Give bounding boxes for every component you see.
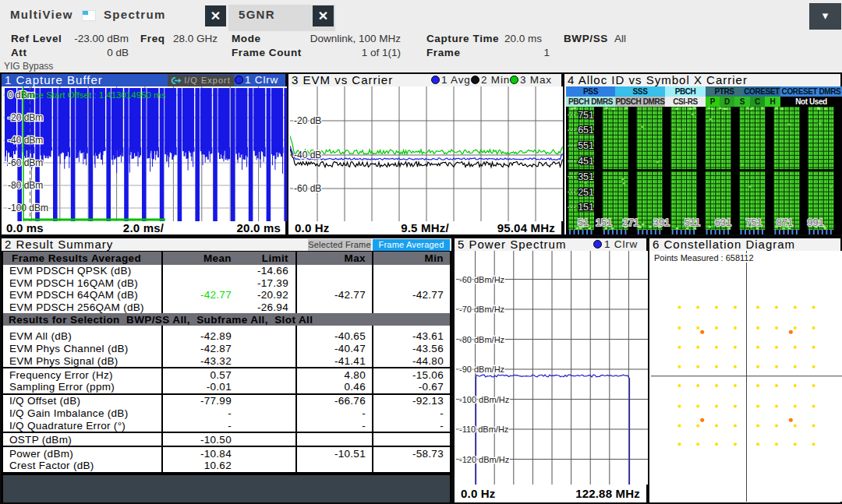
svg-text:-60 dBm/Hz: -60 dBm/Hz — [459, 274, 504, 284]
svg-text:-120 dBm/Hz: -120 dBm/Hz — [459, 454, 509, 463]
svg-text:-80 dBm: -80 dBm — [8, 180, 43, 191]
svg-text:-100 dBm: -100 dBm — [8, 203, 48, 213]
svg-text:-40 dB: -40 dB — [294, 150, 321, 160]
svg-text:991: 991 — [808, 217, 824, 228]
svg-text:-60 dBm: -60 dBm — [8, 157, 43, 168]
svg-text:451: 451 — [578, 155, 594, 166]
svg-text:-60 dB: -60 dB — [294, 183, 321, 194]
svg-text:251: 251 — [578, 186, 594, 197]
svg-text:-20 dB: -20 dB — [294, 115, 321, 126]
svg-text:511: 511 — [685, 217, 700, 228]
svg-text:631: 631 — [715, 217, 731, 228]
svg-text:-80 dBm/Hz: -80 dBm/Hz — [459, 334, 504, 344]
svg-text:-70 dBm/Hz: -70 dBm/Hz — [459, 305, 504, 314]
svg-text:351: 351 — [578, 171, 594, 182]
svg-text:-100 dBm/Hz: -100 dBm/Hz — [459, 394, 509, 404]
svg-text:271: 271 — [623, 217, 639, 228]
svg-text:151: 151 — [596, 217, 612, 228]
svg-text:151: 151 — [578, 202, 594, 213]
svg-text:651: 651 — [578, 125, 594, 136]
svg-text:-90 dBm/Hz: -90 dBm/Hz — [459, 365, 504, 374]
svg-text:751: 751 — [746, 217, 762, 228]
svg-text:871: 871 — [777, 217, 793, 228]
svg-text:391: 391 — [653, 217, 670, 228]
svg-text:-110 dBm/Hz: -110 dBm/Hz — [459, 425, 508, 434]
svg-text:551: 551 — [578, 140, 594, 151]
svg-text:-40 dBm: -40 dBm — [8, 135, 43, 146]
svg-text:51: 51 — [578, 217, 589, 228]
svg-text:751: 751 — [578, 109, 594, 120]
svg-text:Trace Start Offset : 1.4130149: Trace Start Offset : 1.413014950 ms — [21, 90, 166, 100]
svg-text:-20 dBm: -20 dBm — [8, 112, 43, 123]
